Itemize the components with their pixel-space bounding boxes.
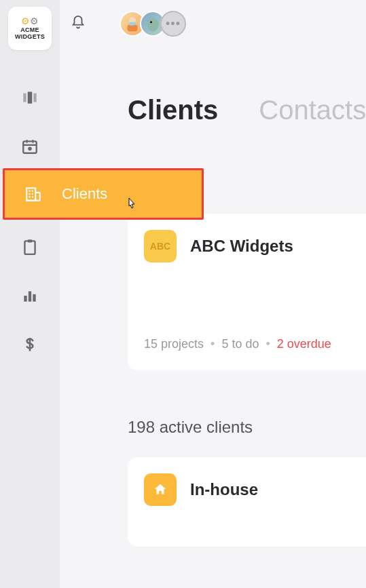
separator-dot: • <box>266 337 270 351</box>
svg-rect-26 <box>129 22 136 26</box>
svg-rect-8 <box>24 241 35 254</box>
client-badge-house <box>144 473 177 506</box>
topbar: ••• <box>60 0 366 47</box>
svg-rect-10 <box>24 296 26 302</box>
calendar-icon <box>21 138 39 155</box>
tab-clients[interactable]: Clients <box>128 95 218 125</box>
nav-clients-active[interactable]: Clients <box>3 168 204 220</box>
panels-icon <box>21 89 39 106</box>
client-stats: 15 projects • 5 to do • 2 overdue <box>144 337 366 351</box>
client-badge: ABC <box>144 230 177 262</box>
building-icon <box>5 185 62 203</box>
active-clients-heading: 198 active clients <box>128 418 366 437</box>
svg-rect-0 <box>23 94 26 102</box>
bell-icon <box>71 15 86 30</box>
nav-reports[interactable] <box>0 271 60 320</box>
brand-logo[interactable]: ⚙⚙ ACME WIDGETS <box>8 7 52 50</box>
nav-clipboard[interactable] <box>0 222 60 271</box>
nav-billing[interactable] <box>0 320 60 369</box>
svg-rect-9 <box>28 239 33 242</box>
svg-rect-2 <box>33 94 36 102</box>
svg-rect-12 <box>33 294 35 302</box>
separator-dot: • <box>211 337 215 351</box>
notifications-button[interactable] <box>64 8 92 39</box>
sidebar: ⚙⚙ ACME WIDGETS <box>0 0 60 588</box>
dollar-icon <box>21 336 39 353</box>
stat-todo: 5 to do <box>221 337 259 351</box>
svg-rect-1 <box>28 92 33 103</box>
svg-point-7 <box>29 148 31 150</box>
client-name: In-house <box>190 480 258 499</box>
main-content: Clients Contacts ABC ABC Widgets 15 proj… <box>60 47 366 588</box>
tab-contacts[interactable]: Contacts <box>259 95 366 125</box>
nav-dashboard[interactable] <box>0 73 60 122</box>
brand-name: ACME WIDGETS <box>8 27 52 41</box>
client-row[interactable]: In-house <box>128 457 366 547</box>
stat-overdue: 2 overdue <box>277 337 331 351</box>
svg-point-27 <box>147 18 159 31</box>
avatar-stack: ••• <box>120 11 186 37</box>
pinned-client-card[interactable]: ABC ABC Widgets 15 projects • 5 to do • … <box>128 214 366 370</box>
nav-clients-label: Clients <box>62 185 107 203</box>
avatar-more-button[interactable]: ••• <box>160 11 186 37</box>
svg-point-28 <box>150 21 152 23</box>
gears-icon: ⚙⚙ <box>21 16 39 26</box>
nav-calendar[interactable] <box>0 122 60 171</box>
client-name: ABC Widgets <box>190 237 293 256</box>
clipboard-icon <box>21 238 39 256</box>
house-icon <box>153 482 168 497</box>
svg-rect-25 <box>128 24 138 31</box>
svg-rect-14 <box>26 188 35 200</box>
stat-projects: 15 projects <box>144 337 204 351</box>
tabs: Clients Contacts <box>60 95 366 125</box>
bar-chart-icon <box>21 287 39 305</box>
svg-rect-11 <box>29 292 31 302</box>
